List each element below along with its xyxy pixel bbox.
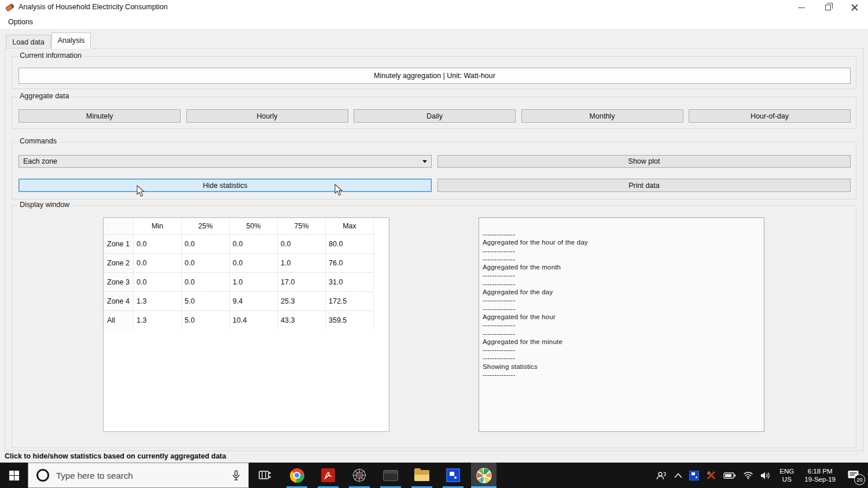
battery-button[interactable] xyxy=(723,472,736,479)
taskbar-terminal-button[interactable] xyxy=(378,463,403,488)
table-cell: 9.4 xyxy=(230,292,278,310)
app-logo-icon xyxy=(5,3,14,12)
log-line: Aggregated for the day xyxy=(483,288,764,296)
taskbar-chrome-button[interactable] xyxy=(284,463,310,488)
microphone-icon[interactable] xyxy=(232,470,240,482)
restore-button[interactable] xyxy=(815,0,841,15)
tab-load-data[interactable]: Load data xyxy=(6,35,51,49)
system-tray: ENG US 6:18 PM 19-Sep-19 20 xyxy=(652,463,868,488)
statistics-table[interactable]: Min 25% 50% 75% Max Zone 1 0.0 0.0 0.0 0… xyxy=(103,217,389,432)
close-button[interactable] xyxy=(841,0,868,15)
row-header: Zone 2 xyxy=(104,254,134,272)
wifi-icon xyxy=(743,471,753,479)
log-line: -------------- xyxy=(483,230,764,238)
log-line: -------------- xyxy=(483,280,764,288)
table-cell: 17.0 xyxy=(278,273,326,291)
minutely-button[interactable]: Minutely xyxy=(19,109,181,123)
taskbar-acrobat-button[interactable] xyxy=(315,463,341,488)
notification-badge: 20 xyxy=(854,474,865,485)
table-row-zone4: Zone 4 1.3 5.0 9.4 25.3 172.5 xyxy=(104,291,374,310)
table-corner-cell xyxy=(104,218,134,234)
tray-remote-desktop-button[interactable] xyxy=(689,471,699,480)
monthly-button[interactable]: Monthly xyxy=(521,109,683,123)
col-header-75: 75% xyxy=(278,218,326,234)
table-cell: 1.0 xyxy=(230,273,278,291)
table-row-zone3: Zone 3 0.0 0.0 1.0 17.0 31.0 xyxy=(104,272,374,291)
table-cell: 31.0 xyxy=(326,273,374,291)
taskbar-remote-desktop-button[interactable] xyxy=(440,463,466,488)
taskbar-analysis-app-button[interactable] xyxy=(471,463,496,488)
status-bar: Click to hide/show statistics based on c… xyxy=(0,451,868,463)
start-button[interactable] xyxy=(0,463,28,488)
row-header: Zone 3 xyxy=(104,273,134,291)
col-header-max: Max xyxy=(326,218,374,234)
log-line: -------------- xyxy=(483,346,764,354)
hide-statistics-button[interactable]: Hide statistics xyxy=(19,179,432,192)
col-header-min: Min xyxy=(134,218,182,234)
close-icon xyxy=(851,4,858,11)
table-row-all: All 1.3 5.0 10.4 43.3 359.5 xyxy=(104,310,374,330)
table-cell: 1.3 xyxy=(134,292,182,310)
menu-options[interactable]: Options xyxy=(6,17,35,27)
tray-time: 6:18 PM xyxy=(804,467,836,475)
current-information-label: Current information xyxy=(17,51,84,60)
table-cell: 0.0 xyxy=(182,273,230,291)
display-window-label: Display window xyxy=(17,201,72,209)
acrobat-pdf-icon xyxy=(321,468,335,482)
tray-date: 19-Sep-19 xyxy=(804,475,836,483)
remote-desktop-icon xyxy=(446,468,460,482)
taskbar: ENG US 6:18 PM 19-Sep-19 20 xyxy=(0,463,868,488)
log-line: -------------- xyxy=(483,330,764,338)
log-output-panel[interactable]: -------------- Aggregated for the hour o… xyxy=(479,217,764,432)
taskbar-webapp-button[interactable] xyxy=(347,463,372,488)
log-line: -------------- xyxy=(483,321,764,329)
current-information-field: Minutely aggregation | Unit: Watt-hour xyxy=(19,68,851,84)
volume-button[interactable] xyxy=(760,471,771,480)
daily-button[interactable]: Daily xyxy=(354,109,516,123)
minimize-button[interactable] xyxy=(788,0,815,15)
row-header: Zone 4 xyxy=(104,292,134,310)
table-cell: 76.0 xyxy=(326,254,374,272)
current-information-group: Current information Minutely aggregation… xyxy=(12,56,856,89)
language-indicator[interactable]: ENG US xyxy=(779,467,794,483)
minimize-icon xyxy=(798,8,805,8)
table-cell: 1.3 xyxy=(134,311,182,330)
action-center-button[interactable]: 20 xyxy=(847,469,860,481)
clock-indicator[interactable]: 6:18 PM 19-Sep-19 xyxy=(804,467,836,483)
task-view-icon xyxy=(259,470,271,480)
table-cell: 0.0 xyxy=(278,235,326,253)
mouse-cursor-secondary xyxy=(334,184,344,197)
network-button[interactable] xyxy=(743,471,753,479)
row-header: Zone 1 xyxy=(104,235,134,253)
status-bar-text: Click to hide/show statistics based on c… xyxy=(5,452,226,460)
table-cell: 1.0 xyxy=(278,254,326,272)
table-cell: 80.0 xyxy=(326,235,374,253)
table-cell: 43.3 xyxy=(278,311,326,330)
table-cell: 0.0 xyxy=(230,235,278,253)
zone-dropdown[interactable]: Each zone xyxy=(19,155,432,168)
people-button[interactable] xyxy=(656,470,667,480)
print-data-button[interactable]: Print data xyxy=(437,179,851,192)
app-window: Analysis of Household Electricity Consum… xyxy=(0,0,868,488)
col-header-50: 50% xyxy=(230,218,278,234)
show-plot-button[interactable]: Show plot xyxy=(437,155,851,168)
log-line: -------------- xyxy=(483,255,764,263)
taskbar-file-explorer-button[interactable] xyxy=(409,463,435,488)
spider-web-icon xyxy=(352,468,367,483)
task-view-button[interactable] xyxy=(252,463,278,488)
restore-icon xyxy=(825,5,831,10)
show-hidden-icons-button[interactable] xyxy=(674,473,682,478)
table-row-zone1: Zone 1 0.0 0.0 0.0 0.0 80.0 xyxy=(104,234,374,253)
hourly-button[interactable]: Hourly xyxy=(186,109,348,123)
table-cell: 359.5 xyxy=(326,311,374,330)
chevron-up-icon xyxy=(674,473,682,478)
file-explorer-icon xyxy=(414,470,429,481)
search-input[interactable] xyxy=(56,471,212,480)
taskbar-search[interactable] xyxy=(28,463,249,488)
log-line: Aggregated for the hour of the day xyxy=(483,238,764,246)
log-line: -------------- xyxy=(483,296,764,304)
tray-app-button[interactable] xyxy=(706,471,716,480)
hour-of-day-button[interactable]: Hour-of-day xyxy=(689,109,851,123)
tab-analysis[interactable]: Analysis xyxy=(52,32,91,49)
log-line: -------------- xyxy=(483,271,764,279)
